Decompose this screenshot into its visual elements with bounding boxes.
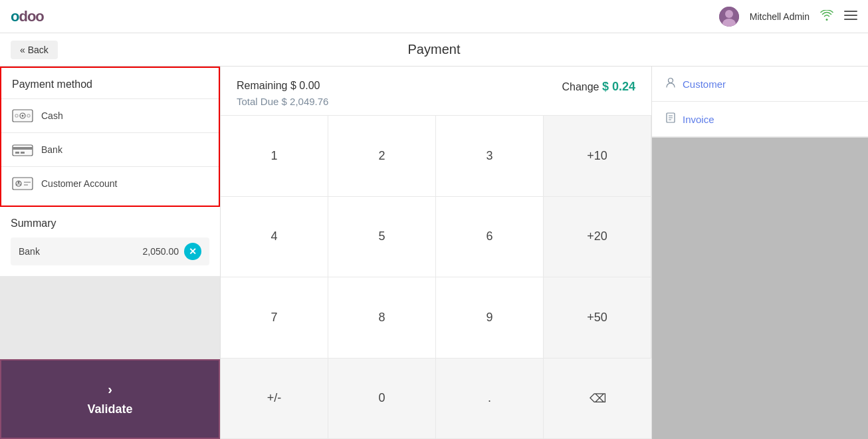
right-panel: Customer Invoice [652,67,868,439]
numpad-plus50[interactable]: +50 [544,277,651,359]
invoice-label: Invoice [683,114,714,125]
summary-title: Summary [11,218,209,229]
total-due-label: Total Due [237,96,278,107]
subheader: « Back Payment [0,33,868,67]
numpad-backspace[interactable]: ⌫ [544,359,651,440]
payment-method-section: Payment method Cash [0,67,220,207]
right-top: Customer Invoice [652,67,868,138]
payment-info-left: Remaining $ 0.00 Total Due $ 2,049.76 [237,80,328,107]
svg-rect-4 [844,15,857,16]
right-body [652,138,868,439]
customer-account-label: Customer Account [41,178,117,189]
numpad-4[interactable]: 4 [221,197,328,278]
main: Payment method Cash [0,67,868,439]
summary-bank-label: Bank [19,246,40,257]
left-panel: Payment method Cash [0,67,221,439]
topnav-left: odoo [11,8,44,25]
total-due-row: Total Due $ 2,049.76 [237,96,328,107]
validate-section: › Validate [0,359,220,439]
change-label: Change [562,81,599,92]
page-title: Payment [408,42,461,57]
hamburger-menu-icon[interactable] [844,9,857,23]
change-row: Change $ 0.24 [562,80,635,94]
summary-row-actions: 2,050.00 ✕ [143,243,202,260]
bank-icon [12,142,33,157]
numpad-decimal[interactable]: . [436,359,544,440]
remaining-amount: $ 0.00 [290,80,320,91]
customer-person-icon [665,77,676,90]
svg-point-1 [725,10,733,18]
svg-rect-11 [13,145,33,156]
svg-point-20 [669,78,673,83]
numpad-9[interactable]: 9 [436,277,544,359]
topnav: odoo Mitchell Admin [0,0,868,33]
validate-label: Validate [87,402,132,416]
invoice-icon [665,112,676,126]
numpad-plus20[interactable]: +20 [544,197,651,278]
numpad-plusminus[interactable]: +/- [221,359,328,440]
payment-info: Remaining $ 0.00 Total Due $ 2,049.76 Ch… [221,67,651,116]
change-amount: $ 0.24 [602,80,635,93]
numpad-8[interactable]: 8 [328,277,436,359]
payment-item-cash[interactable]: Cash [1,98,219,132]
validate-button[interactable]: › Validate [1,361,219,438]
odoo-logo: odoo [11,8,44,25]
svg-rect-14 [21,152,25,154]
svg-rect-3 [844,11,857,12]
payment-method-title: Payment method [1,73,219,98]
svg-point-17 [18,182,20,184]
customer-item[interactable]: Customer [652,67,868,102]
payment-item-bank[interactable]: Bank [1,132,219,166]
numpad-2[interactable]: 2 [328,116,436,197]
numpad: 1 2 3 +10 4 5 6 +20 7 8 9 +50 +/- 0 . ⌫ [221,116,651,439]
svg-rect-13 [15,152,19,154]
numpad-3[interactable]: 3 [436,116,544,197]
topnav-right: Mitchell Admin [719,7,857,27]
avatar [719,7,739,27]
remove-summary-button[interactable]: ✕ [184,243,201,260]
total-due-amount: $ 2,049.76 [282,96,329,107]
numpad-5[interactable]: 5 [328,197,436,278]
remaining-row: Remaining $ 0.00 [237,80,328,92]
svg-point-8 [22,115,24,117]
customer-account-icon [12,176,33,191]
numpad-plus10[interactable]: +10 [544,116,651,197]
summary-section: Summary Bank 2,050.00 ✕ [0,207,220,276]
customer-label: Customer [683,78,726,90]
numpad-6[interactable]: 6 [436,197,544,278]
cash-icon [12,108,33,123]
user-name: Mitchell Admin [750,11,810,22]
numpad-0[interactable]: 0 [328,359,436,440]
numpad-7[interactable]: 7 [221,277,328,359]
back-button[interactable]: « Back [11,41,58,59]
summary-row: Bank 2,050.00 ✕ [11,237,209,265]
invoice-item[interactable]: Invoice [652,102,868,137]
wifi-icon [820,10,833,23]
numpad-1[interactable]: 1 [221,116,328,197]
cash-label: Cash [41,110,63,121]
summary-bank-amount: 2,050.00 [143,246,179,257]
bank-label: Bank [41,144,62,155]
validate-chevron-icon: › [108,382,112,397]
remaining-label: Remaining [237,80,287,91]
payment-item-customer-account[interactable]: Customer Account [1,166,219,200]
svg-rect-5 [844,19,857,20]
center-panel: Remaining $ 0.00 Total Due $ 2,049.76 Ch… [221,67,652,439]
svg-rect-12 [13,147,33,150]
